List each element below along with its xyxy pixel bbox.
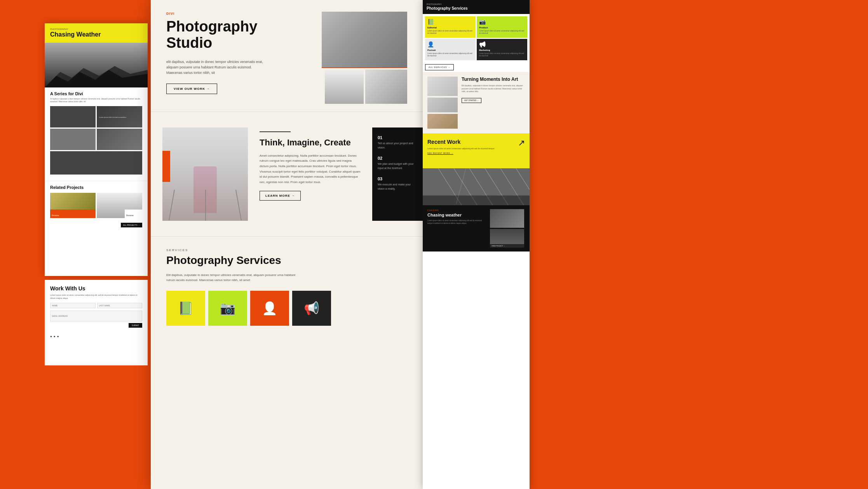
right-service-text-1: Lorem ipsum dolor sit amet consectetur a… <box>427 30 473 35</box>
right-header-tag: PHOTOGRAPHY <box>427 3 526 5</box>
turning-photo-2 <box>427 98 458 112</box>
main-panel: DIVI Photography Studio elit dapibus, vu… <box>151 0 423 489</box>
service-icon-camera: 📷 <box>208 291 247 326</box>
right-turning-text: Elit dapibus, vulputate in donec tempor … <box>462 84 525 93</box>
main-hero-title: Photography Studio <box>166 19 306 51</box>
left-photos-grid: Lorem ipsum dolor sit amet consectetur <box>50 106 142 175</box>
right-recent-title: Recent Work <box>427 139 525 145</box>
think-content: Think, Imagine, Create Amet consectetur … <box>248 127 372 221</box>
main-top-section: DIVI Photography Studio elit dapibus, vu… <box>151 0 423 112</box>
chasing-photo-2: VIEW PROJECT → <box>490 229 524 248</box>
learn-more-button[interactable]: LEARN MORE → <box>260 191 301 201</box>
main-divi-label: DIVI <box>166 12 306 16</box>
left-photo-1 <box>50 106 96 127</box>
left-panel-header: PHOTOGRAPHY Chasing Weather <box>45 23 148 43</box>
view-work-button[interactable]: VIEW OUR WORK → <box>166 84 217 94</box>
right-panel-header: PHOTOGRAPHY Photography Services <box>423 0 530 14</box>
step-1: 01 Tell us about your project and vision… <box>378 135 417 150</box>
right-turning-photos <box>427 77 458 129</box>
right-service-label-2: Product <box>479 26 525 29</box>
turning-photo-3 <box>427 114 458 129</box>
left-related-title: Related Projects <box>50 185 142 190</box>
left-all-projects-button[interactable]: ALL PROJECTS → <box>121 223 142 227</box>
left-panel: PHOTOGRAPHY Chasing Weather A Series for… <box>45 23 148 276</box>
left-related-grid: Rename Rename <box>50 193 142 218</box>
think-section: Think, Imagine, Create Amet consectetur … <box>151 112 423 237</box>
left-related-photo-2: Rename <box>97 193 142 218</box>
right-chasing-tag: CHASING <box>427 209 487 211</box>
left-work-form <box>50 303 142 308</box>
hero-images-container <box>306 12 407 104</box>
right-services-grid: 📗 Editorial Lorem ipsum dolor sit amet c… <box>423 14 530 63</box>
hero-image-person <box>365 70 407 104</box>
right-header-title: Photography Services <box>427 6 526 11</box>
right-recent-section: Recent Work ↗ Lorem ipsum dolor sit amet… <box>423 133 530 168</box>
left-form-name[interactable] <box>50 303 96 308</box>
left-photo-2: Lorem ipsum dolor sit amet consectetur <box>97 106 142 127</box>
left-work-section: Work With Us Lorem ipsum dolor sit amet,… <box>45 280 148 365</box>
right-turning-section: Turning Moments Into Art Elit dapibus, v… <box>423 72 530 133</box>
hero-image-room <box>325 70 364 104</box>
think-title-line <box>260 131 291 132</box>
right-service-marketing: 📢 Marketing Lorem ipsum dolor sit amet c… <box>477 39 527 60</box>
services-title: Photography Services <box>166 254 407 267</box>
architecture-svg <box>423 168 530 205</box>
right-turning-cta[interactable]: GET STARTED → <box>462 98 481 103</box>
right-chasing-text: Lorem ipsum dolor sit amet consectetur a… <box>427 220 487 225</box>
right-view-services-btn[interactable]: ALL SERVICES → <box>425 64 454 70</box>
left-related-section: Related Projects Rename Rename ALL PROJE… <box>45 181 148 231</box>
main-hero-body: elit dapibus, vulputate in donec tempor … <box>166 59 267 76</box>
megaphone-icon: 📢 <box>304 301 319 316</box>
step-1-num: 01 <box>378 135 417 140</box>
step-2-num: 02 <box>378 156 417 161</box>
services-icons-row: 📗 📷 👤 📢 <box>166 291 407 326</box>
right-service-text-4: Lorem ipsum dolor sit amet consectetur a… <box>479 52 525 58</box>
hero-orange-bar <box>322 67 407 68</box>
right-turning-content: Turning Moments Into Art Elit dapibus, v… <box>462 77 525 129</box>
hero-bottom-images <box>325 70 407 104</box>
service-icon-megaphone: 📢 <box>292 291 331 326</box>
right-service-label-3: Portrait <box>427 49 473 51</box>
right-service-editorial: 📗 Editorial Lorem ipsum dolor sit amet c… <box>425 16 476 38</box>
steps-panel: 01 Tell us about your project and vision… <box>372 127 423 221</box>
chasing-photo-1 <box>490 209 524 228</box>
left-photo-4 <box>97 129 142 150</box>
right-panel: PHOTOGRAPHY Photography Services 📗 Edito… <box>423 0 530 489</box>
left-photo-5 <box>50 151 142 175</box>
service-icon-book: 📗 <box>166 291 205 326</box>
left-related-overlay-1: Rename <box>52 214 59 217</box>
right-chasing-photos: VIEW PROJECT → <box>490 209 525 248</box>
marketing-icon: 📢 <box>479 41 525 48</box>
right-service-portrait: 👤 Portrait Lorem ipsum dolor sit amet co… <box>425 39 476 60</box>
left-panel-title: Chasing Weather <box>50 31 101 38</box>
step-2: 02 We plan and budget with your input at… <box>378 156 417 170</box>
think-body: Amet consectetur adipiscing. Nulla portt… <box>260 153 361 185</box>
left-form-submit[interactable]: SUBMIT <box>129 323 142 328</box>
services-section: SERVICES Photography Services Elit dapib… <box>151 237 423 337</box>
turning-photo-1 <box>427 77 458 96</box>
person-icon: 👤 <box>262 301 277 316</box>
product-icon: 📷 <box>479 19 525 25</box>
hero-image-camera <box>322 12 407 68</box>
left-work-title: Work With Us <box>50 285 142 292</box>
left-form-email[interactable] <box>50 311 142 321</box>
editorial-icon: 📗 <box>427 19 473 25</box>
step-2-text: We plan and budget with your input at th… <box>378 162 417 170</box>
left-work-text: Lorem ipsum dolor sit amet, consectetur … <box>50 294 142 300</box>
camera-icon: 📷 <box>220 301 235 316</box>
left-photo-3 <box>50 129 96 150</box>
left-site-tag: PHOTOGRAPHY <box>50 28 101 30</box>
left-related-overlay-2: Rename <box>126 214 134 217</box>
portrait-icon: 👤 <box>427 41 473 48</box>
right-turning-title: Turning Moments Into Art <box>462 77 525 82</box>
left-form-lastname[interactable] <box>97 303 143 308</box>
think-title: Think, Imagine, Create <box>260 138 361 148</box>
step-3-num: 03 <box>378 176 417 181</box>
main-hero-content: DIVI Photography Studio elit dapibus, vu… <box>166 12 306 104</box>
think-studio-photo <box>162 127 248 221</box>
right-service-product: 📷 Product Lorem ipsum dolor sit amet con… <box>477 16 527 38</box>
right-architecture-photo <box>423 168 530 205</box>
left-hero-image <box>45 43 148 87</box>
right-recent-cta[interactable]: SEE RECENT WORK → <box>427 152 525 154</box>
book-icon: 📗 <box>178 301 193 316</box>
